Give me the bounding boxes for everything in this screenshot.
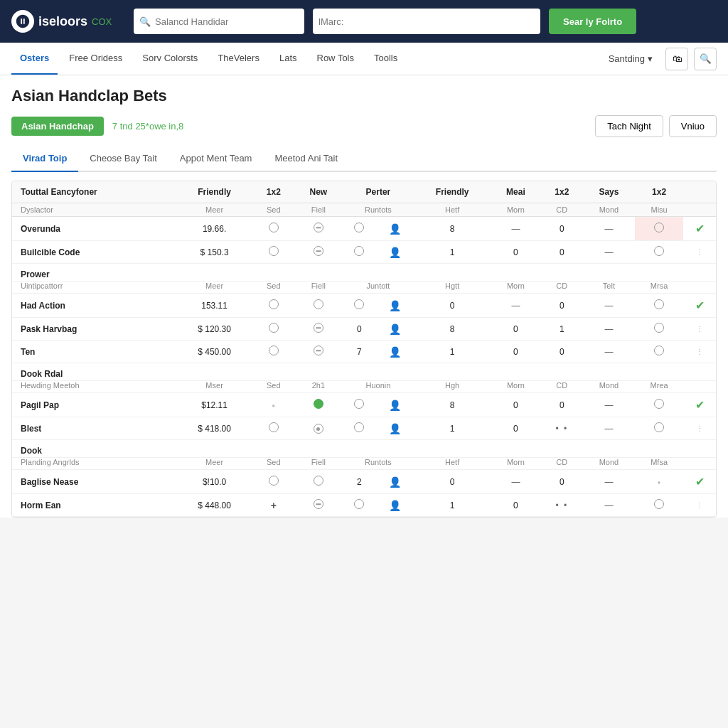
row-c8: — [583,294,635,318]
row-price: $ 448.00 [176,494,253,517]
row-c5: 8 [414,318,491,341]
row-price: $12.11 [176,393,253,417]
sub-col-extra [683,203,716,217]
sub-col-morn: Morn [491,203,541,217]
col-header-meai: Meai [491,181,541,203]
row-c10: ⋮ [683,417,716,440]
filter-right: Tach Night Vniuo [595,115,717,137]
row-c5: 8 [414,217,491,241]
col-header-1x2-1: 1x2 [252,181,294,203]
row-c2 [294,470,342,494]
row-c8: — [583,470,635,494]
row-c3: 2 [342,470,376,494]
main-nav: Osters Free Oridess Sorv Colorsts TheVel… [0,43,728,75]
nav-item-sorv-colorsts[interactable]: Sorv Colorsts [134,43,206,75]
nav-item-thevelers[interactable]: TheVelers [209,43,268,75]
sub-tab-meetod-ani-tait[interactable]: Meetod Ani Tait [263,146,349,172]
tach-night-button[interactable]: Tach Night [595,115,663,137]
row-c10: ✔ [683,217,716,241]
row-c5: 8 [414,393,491,417]
row-c7: • • [541,417,583,440]
section-header-dook-rdal: Dook Rdal [12,363,716,381]
col-header-says: Says [583,181,635,203]
nav-item-row-tols[interactable]: Row Tols [309,43,363,75]
nav-items: Osters Free Oridess Sorv Colorsts TheVel… [11,43,406,75]
sub-col-fiell: Fiell [294,203,342,217]
row-c6: — [491,294,541,318]
search-input-2[interactable] [318,16,535,27]
sub-col-mond: Mond [583,203,635,217]
page-title: Asian Handclap Bets [11,87,717,105]
row-c3 [342,417,376,440]
row-c10: ⋮ [683,494,716,517]
row-c1 [252,417,294,440]
sub-col-sed: Sed [252,203,294,217]
row-c1 [252,294,294,318]
row-c6: — [491,217,541,241]
secondary-search[interactable] [313,9,540,34]
filter-tag[interactable]: Asian Handchap [11,117,104,136]
nav-item-toolls[interactable]: Toolls [365,43,406,75]
row-c3 [342,241,376,264]
row-c10: ⋮ [683,341,716,363]
table-row: Pask Harvbag $ 120.30 0 👤 8 0 1 — ⋮ [12,318,716,341]
row-c10: ⋮ [683,241,716,264]
row-c8: — [583,241,635,264]
row-name: Horm Ean [12,494,176,517]
santding-dropdown[interactable]: Santding ▾ [601,49,660,68]
row-c2 [294,341,342,363]
row-c3 [342,217,376,241]
row-c5: 1 [414,241,491,264]
row-c1 [252,318,294,341]
search-icon: 🔍 [139,16,151,27]
row-c6: 0 [491,241,541,264]
search-input-1[interactable] [155,16,299,27]
row-c8: — [583,318,635,341]
row-name: Had Action [12,294,176,318]
sub-tab-virad-toip[interactable]: Virad Toip [11,146,78,172]
row-c9 [635,494,683,517]
bag-icon-btn[interactable]: 🛍 [665,48,688,70]
row-c6: 0 [491,417,541,440]
logo-text: iseloors [38,14,87,29]
sub-tab-cheose-bay-tait[interactable]: Cheose Bay Tait [78,146,168,172]
row-name: Ten [12,341,176,363]
row-c4: 👤 [376,494,414,517]
search-button[interactable]: Sear ly Folrto [549,9,636,34]
main-search[interactable]: 🔍 [134,9,304,34]
row-price: $ 450.00 [176,341,253,363]
row-c5: 1 [414,417,491,440]
nav-item-osters[interactable]: Osters [11,43,58,75]
row-c2 [294,494,342,517]
row-c1 [252,341,294,363]
page-content: Asian Handclap Bets Asian Handchap 7 tnd… [0,75,728,518]
row-c9 [635,294,683,318]
search-nav-btn[interactable]: 🔍 [694,48,717,70]
row-c4: 👤 [376,393,414,417]
row-c9: ◦ [635,470,683,494]
vniuo-button[interactable]: Vniuo [669,115,717,137]
nav-item-free-oridess[interactable]: Free Oridess [60,43,131,75]
sub-col-meer: Meer [176,203,253,217]
row-c3: 0 [342,318,376,341]
sub-col-dyslactor: Dyslactor [12,203,176,217]
bag-icon: 🛍 [673,53,682,64]
row-c3 [342,393,376,417]
row-c8: — [583,393,635,417]
row-price: $!10.0 [176,470,253,494]
row-c10: ✔ [683,470,716,494]
nav-item-lats[interactable]: Lats [271,43,306,75]
row-c10: ✔ [683,393,716,417]
row-c1 [252,241,294,264]
filter-bar: Asian Handchap 7 tnd 25*owe in,8 Tach Ni… [11,115,717,137]
row-c6: 0 [491,341,541,363]
table-row: Baglise Nease $!10.0 2 👤 0 — 0 — ◦ ✔ [12,470,716,494]
sub-tab-appot-ment-team[interactable]: Appot Ment Team [168,146,264,172]
row-c7: 0 [541,341,583,363]
row-c6: 0 [491,494,541,517]
logo: iseloorsCOX [11,10,125,33]
row-price: $ 418.00 [176,417,253,440]
row-c4: 👤 [376,217,414,241]
section-subheader-dook: Planding Angrlds Meer Sed Fiell Runtots … [12,458,716,470]
row-c5: 1 [414,494,491,517]
